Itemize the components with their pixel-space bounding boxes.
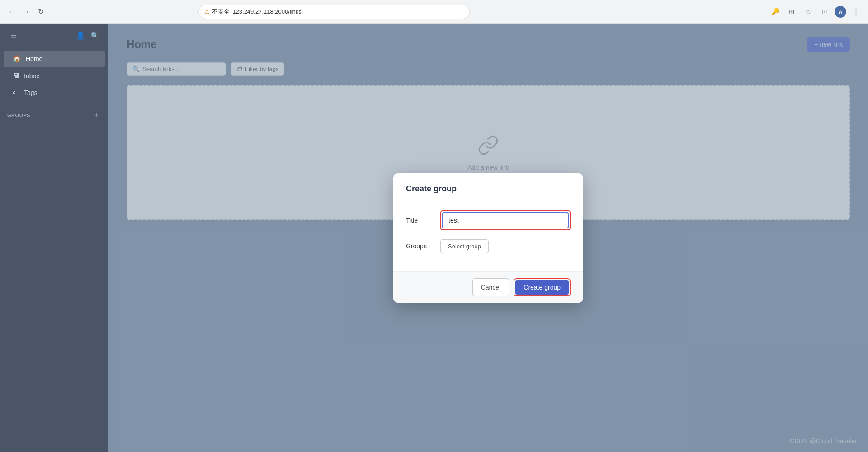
create-group-modal: Create group Title Groups Select group [393,173,583,303]
groups-form-row: Groups Select group [406,239,571,253]
groups-section-label: GROUPS [7,113,30,118]
extensions-button[interactable]: ⊡ [818,5,831,18]
sidebar-item-inbox-label: Inbox [24,72,39,80]
title-input[interactable] [442,212,569,228]
bookmark-button[interactable]: ☆ [802,5,815,18]
security-warning-icon: ⚠ [204,9,209,15]
create-group-button[interactable]: Create group [515,280,569,295]
modal-title: Create group [406,184,571,194]
create-group-btn-wrapper: Create group [514,278,571,296]
sidebar-item-home[interactable]: 🏠 Home [4,51,105,67]
sidebar-item-home-label: Home [26,55,42,62]
tags-icon: 🏷 [13,89,19,96]
modal-body: Create group Title Groups Select group [393,173,583,271]
browser-chrome: ← → ↻ ⚠ 不安全 123.249.27.118:2000/links 🔑 … [0,0,868,24]
title-label: Title [406,217,433,224]
sidebar-item-tags[interactable]: 🏷 Tags [4,85,105,100]
address-bar[interactable]: ⚠ 不安全 123.249.27.118:2000/links [198,5,470,19]
browser-nav-buttons: ← → ↻ [5,5,47,18]
browser-actions: 🔑 ⊞ ☆ ⊡ A ⋮ [769,5,863,18]
search-icon-button[interactable]: 🔍 [89,29,101,42]
modal-divider [393,203,583,203]
back-button[interactable]: ← [5,5,18,18]
inbox-icon: 🖫 [13,72,19,80]
title-form-row: Title [406,210,571,230]
app-container: ☰ 👤 🔍 🏠 Home 🖫 Inbox 🏷 Tags GROUPS + [0,24,868,452]
title-input-wrapper [440,210,571,230]
sidebar: ☰ 👤 🔍 🏠 Home 🖫 Inbox 🏷 Tags GROUPS + [0,24,108,452]
user-icon-button[interactable]: 👤 [74,29,87,42]
groups-label: Groups [406,243,433,250]
address-text: 123.249.27.118:2000/links [232,8,302,15]
sidebar-groups-section: GROUPS + [0,105,108,123]
forward-button[interactable]: → [20,5,33,18]
main-content: Home + new link 🔍 Search links... 🏷 Filt… [108,24,868,452]
modal-overlay[interactable]: Create group Title Groups Select group [108,24,868,452]
sidebar-nav: 🏠 Home 🖫 Inbox 🏷 Tags [0,47,108,105]
sidebar-item-inbox[interactable]: 🖫 Inbox [4,68,105,84]
cancel-button[interactable]: Cancel [472,278,509,296]
translate-button[interactable]: ⊞ [786,5,798,18]
sidebar-toggle-button[interactable]: ☰ [7,29,20,42]
reload-button[interactable]: ↻ [34,5,47,18]
password-manager-button[interactable]: 🔑 [769,5,782,18]
profile-avatar[interactable]: A [835,6,846,18]
sidebar-top-actions: 👤 🔍 [74,29,101,42]
home-icon: 🏠 [13,55,21,63]
add-group-button[interactable]: + [91,110,101,120]
select-group-button[interactable]: Select group [440,239,489,253]
security-warning-text: 不安全 [212,8,230,16]
sidebar-top: ☰ 👤 🔍 [0,24,108,47]
sidebar-item-tags-label: Tags [24,89,38,96]
menu-button[interactable]: ⋮ [850,5,863,18]
modal-footer: Cancel Create group [393,271,583,303]
